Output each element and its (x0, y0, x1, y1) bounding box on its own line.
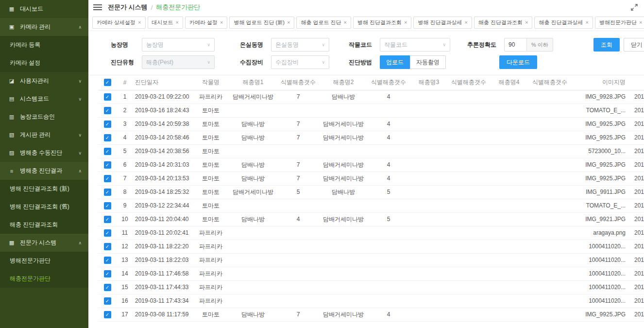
tab[interactable]: 카메라 상세설정 × (92, 17, 146, 29)
sidebar-subitem[interactable]: 해충전문가판단 (0, 270, 88, 288)
sidebar-item[interactable]: ▥ 농장코드승인 (0, 108, 88, 126)
row-checkbox[interactable]: ✓ (104, 243, 111, 250)
greenhouse-select[interactable]: 온실동명 ∨ (271, 38, 329, 52)
hamburger-menu-icon[interactable] (93, 4, 102, 11)
table-row[interactable]: ✓ 14 2019-03-11 17:46:58 파프리카 1000411020… (98, 267, 644, 280)
row-checkbox[interactable]: ✓ (104, 297, 111, 305)
table-row[interactable]: ✓ 3 2019-03-14 20:59:38 토마토 담배나방 7 담배거세미… (98, 117, 644, 131)
tab-close-icon[interactable]: × (586, 20, 589, 25)
column-header[interactable]: 식별해충갯수 (449, 75, 489, 90)
table-row[interactable]: ✓ 13 2019-03-11 18:22:03 파프리카 1000411020… (98, 253, 644, 267)
row-checkbox[interactable]: ✓ (104, 311, 111, 318)
sidebar-item[interactable]: ▨ 병해충 수동진단 ∨ (0, 144, 88, 162)
row-checkbox[interactable]: ✓ (104, 189, 111, 196)
row-checkbox[interactable]: ✓ (104, 229, 111, 237)
row-checkbox[interactable]: ✓ (104, 134, 111, 141)
table-row[interactable]: ✓ 2 2019-03-16 18:24:43 토마토 TOMATO_E_...… (98, 104, 644, 117)
select-all-checkbox[interactable]: ✓ (104, 79, 111, 86)
column-header[interactable]: 해충명1 (228, 75, 278, 90)
column-header[interactable]: 해충명4 (489, 75, 529, 90)
sidebar-subitem[interactable]: 카메라 등록 (0, 36, 88, 54)
column-header[interactable] (627, 75, 644, 90)
row-checkbox[interactable]: ✓ (104, 93, 111, 101)
device-select[interactable]: 수집장비 ∨ (271, 55, 329, 69)
table-row[interactable]: ✓ 8 2019-03-14 18:25:32 토마토 담배거세미나방 5 담배… (98, 185, 644, 199)
tab[interactable]: 병해 업로드 진단 (新) × (229, 17, 294, 29)
table-row[interactable]: ✓ 7 2019-03-14 20:13:53 토마토 담배나방 7 담배거세미… (98, 172, 644, 185)
sidebar-subitem[interactable]: 카메라 설정 (0, 54, 88, 72)
row-checkbox[interactable]: ✓ (104, 148, 111, 155)
table-row[interactable]: ✓ 17 2019-03-08 11:17:59 토마토 담배나방 7 담배거세… (98, 308, 644, 321)
sidebar-item[interactable]: ▧ 게시판 관리 ∨ (0, 126, 88, 144)
cell-pest4-count (529, 131, 570, 144)
table-row[interactable]: ✓ 9 2019-03-12 22:34:44 토마토 TOMATO_E_...… (98, 199, 644, 212)
sidebar-item[interactable]: ◪ 사용자관리 ∨ (0, 72, 88, 90)
sidebar-subitem[interactable]: 병해 진단결과조회 (舊) (0, 198, 88, 216)
column-header[interactable]: 해충명2 (319, 75, 368, 90)
column-header[interactable]: 이미지명 (570, 75, 627, 90)
tab[interactable]: 해충 업로드 진단 × (296, 17, 351, 29)
row-checkbox[interactable]: ✓ (104, 107, 111, 114)
tab[interactable]: 병해전문가판단 × (595, 17, 644, 29)
column-header[interactable]: # (117, 75, 133, 90)
sidebar-item[interactable]: ▣ 카메라 관리 ∧ (0, 18, 88, 36)
tab-close-icon[interactable]: × (220, 20, 223, 25)
sidebar-item[interactable]: ≡ 병해충 진단결과 ∧ (0, 162, 88, 180)
table-row[interactable]: ✓ 16 2019-03-11 17:43:34 파프리카 1000411020… (98, 294, 644, 308)
row-checkbox[interactable]: ✓ (104, 161, 111, 169)
column-header[interactable]: 진단일자 (133, 75, 193, 90)
table-row[interactable]: ✓ 6 2019-03-14 20:31:03 토마토 담배나방 7 담배거세미… (98, 158, 644, 172)
tab-close-icon[interactable]: × (639, 20, 642, 25)
row-checkbox[interactable]: ✓ (104, 175, 111, 182)
table-row[interactable]: ✓ 1 2019-03-21 09:22:00 파프리카 담배거세미나방 7 담… (98, 90, 644, 104)
tab[interactable]: 해충 진단결과조회 × (474, 17, 533, 29)
close-button[interactable]: 닫기 (624, 38, 644, 52)
tab-close-icon[interactable]: × (176, 20, 179, 25)
tab[interactable]: 병해 진단결과상세 × (413, 17, 472, 29)
tab[interactable]: 카메라 설정 × (185, 17, 228, 29)
sidebar-item[interactable]: ▦ 대시보드 (0, 0, 88, 18)
cell-pest2: 담배거세미나방 (319, 117, 368, 131)
table-row[interactable]: ✓ 12 2019-03-11 18:22:20 파프리카 1000411020… (98, 240, 644, 253)
row-checkbox[interactable]: ✓ (104, 216, 111, 223)
sidebar-item[interactable]: ▩ 전문가 시스템 ∧ (0, 234, 88, 252)
column-header[interactable]: 식별해충갯수 (529, 75, 570, 90)
tab[interactable]: 해충 진단결과상세 × (534, 17, 593, 29)
tab-close-icon[interactable]: × (404, 20, 407, 25)
tab-close-icon[interactable]: × (138, 20, 141, 25)
tab[interactable]: 병해 진단결과조회 × (353, 17, 412, 29)
sidebar-subitem[interactable]: 병해전문가판단 (0, 252, 88, 270)
tab-close-icon[interactable]: × (525, 20, 528, 25)
row-checkbox[interactable]: ✓ (104, 270, 111, 277)
method-upload-button[interactable]: 업로드 (380, 55, 410, 69)
method-auto-button[interactable]: 자동촬영 (410, 55, 446, 69)
fullscreen-icon[interactable] (630, 3, 638, 11)
table-row[interactable]: ✓ 15 2019-03-11 17:44:33 파프리카 1000411020… (98, 280, 644, 294)
column-header[interactable]: 해충명3 (409, 75, 449, 90)
sidebar-subitem[interactable]: 해충 진단결과조회 (0, 216, 88, 234)
diagnosis-type-select[interactable]: 해충(Pest) ∨ (142, 55, 215, 69)
column-header[interactable]: 식별해충갯수 (278, 75, 319, 90)
tab-close-icon[interactable]: × (465, 20, 468, 25)
column-header[interactable]: 식별해충갯수 (368, 75, 409, 90)
tab-close-icon[interactable]: × (287, 20, 290, 25)
tab[interactable]: 대시보드 × (148, 17, 183, 29)
table-row[interactable]: ✓ 11 2019-03-11 20:02:41 파프리카 aragaya.pn… (98, 226, 644, 240)
row-checkbox[interactable]: ✓ (104, 202, 111, 209)
sidebar-item[interactable]: ▤ 시스템코드 ∨ (0, 90, 88, 108)
tab-close-icon[interactable]: × (344, 20, 347, 25)
crop-code-select[interactable]: 작물코드 ∨ (380, 38, 450, 52)
table-row[interactable]: ✓ 4 2019-03-14 20:58:46 토마토 담배나방 7 담배거세미… (98, 131, 644, 144)
table-row[interactable]: ✓ 5 2019-03-14 20:38:56 토마토 5723000_10..… (98, 144, 644, 158)
row-checkbox[interactable]: ✓ (104, 284, 111, 291)
row-checkbox[interactable]: ✓ (104, 121, 111, 128)
farm-name-select[interactable]: 농장명 ∨ (142, 38, 215, 52)
download-button[interactable]: 다운로드 (499, 55, 537, 69)
accuracy-input[interactable] (504, 38, 526, 52)
row-checkbox[interactable]: ✓ (104, 257, 111, 264)
breadcrumb-root[interactable]: 전문가 시스템 (108, 3, 148, 12)
column-header[interactable]: 작물명 (193, 75, 228, 90)
search-button[interactable]: 조회 (593, 38, 620, 52)
sidebar-subitem[interactable]: 병해 진단결과조회 (新) (0, 180, 88, 198)
table-row[interactable]: ✓ 10 2019-03-11 20:04:40 토마토 담배나방 4 담배거세… (98, 212, 644, 226)
